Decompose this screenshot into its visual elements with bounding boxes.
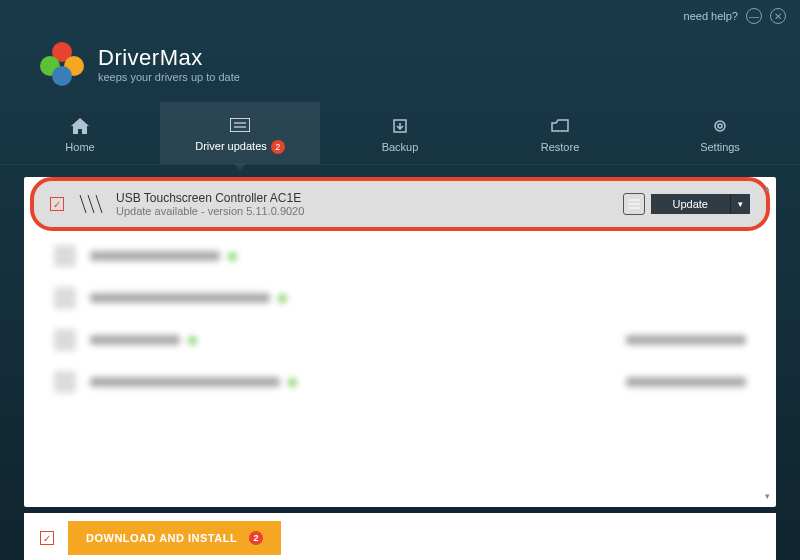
bottom-bar: ✓ DOWNLOAD AND INSTALL 2: [24, 513, 776, 560]
download-label: DOWNLOAD AND INSTALL: [86, 532, 237, 544]
home-icon: [70, 117, 90, 135]
blurred-driver-row: [24, 361, 776, 403]
tab-backup-label: Backup: [382, 141, 419, 153]
tab-settings-label: Settings: [700, 141, 740, 153]
titlebar: need help? — ✕: [0, 0, 800, 32]
help-link[interactable]: need help?: [684, 10, 738, 22]
download-install-button[interactable]: DOWNLOAD AND INSTALL 2: [68, 521, 281, 555]
update-button[interactable]: Update: [651, 194, 730, 214]
device-icon: [78, 191, 104, 217]
brand-header: DriverMax keeps your drivers up to date: [0, 32, 800, 102]
backup-icon: [390, 117, 410, 135]
driver-name: USB Touchscreen Controller AC1E: [116, 191, 623, 205]
tab-restore-label: Restore: [541, 141, 580, 153]
scrollbar[interactable]: ▴ ▾: [760, 183, 774, 501]
details-icon[interactable]: [623, 193, 645, 215]
tab-settings[interactable]: Settings: [640, 102, 800, 164]
blurred-driver-row: [24, 319, 776, 361]
nav-tabs: Home Driver updates2 Backup Restore Sett…: [0, 102, 800, 165]
close-button[interactable]: ✕: [770, 8, 786, 24]
tab-home[interactable]: Home: [0, 102, 160, 164]
update-dropdown[interactable]: ▾: [730, 194, 750, 214]
app-logo: [40, 42, 84, 86]
tab-driver-updates[interactable]: Driver updates2: [160, 102, 320, 164]
driver-row[interactable]: ✓ USB Touchscreen Controller AC1E Update…: [30, 177, 770, 231]
svg-point-4: [715, 121, 725, 131]
app-title: DriverMax: [98, 45, 240, 71]
select-all-checkbox[interactable]: ✓: [40, 531, 54, 545]
scroll-up-icon[interactable]: ▴: [760, 183, 774, 193]
tab-backup[interactable]: Backup: [320, 102, 480, 164]
scroll-down-icon[interactable]: ▾: [760, 491, 774, 501]
driver-list: ✓ USB Touchscreen Controller AC1E Update…: [24, 177, 776, 507]
minimize-button[interactable]: —: [746, 8, 762, 24]
tab-updates-label: Driver updates: [195, 140, 267, 152]
blurred-driver-row: [24, 277, 776, 319]
app-subtitle: keeps your drivers up to date: [98, 71, 240, 83]
download-badge: 2: [249, 531, 263, 545]
blurred-driver-row: [24, 235, 776, 277]
tab-restore[interactable]: Restore: [480, 102, 640, 164]
driver-checkbox[interactable]: ✓: [50, 197, 64, 211]
updates-badge: 2: [271, 140, 285, 154]
svg-rect-0: [230, 118, 250, 132]
tab-home-label: Home: [65, 141, 94, 153]
restore-icon: [550, 117, 570, 135]
svg-point-5: [718, 124, 722, 128]
updates-icon: [230, 116, 250, 134]
gear-icon: [710, 117, 730, 135]
driver-status: Update available - version 5.11.0.9020: [116, 205, 623, 217]
